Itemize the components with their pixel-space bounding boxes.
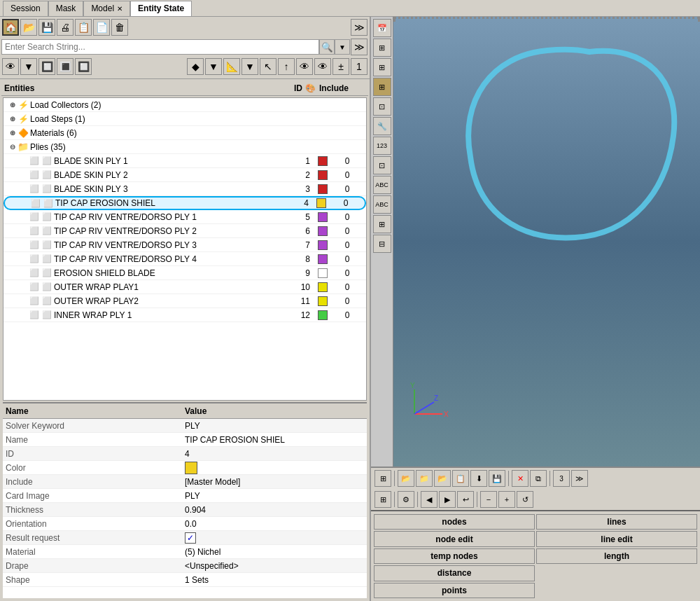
view-btn-3[interactable]: 🔳: [57, 58, 74, 75]
tree-item-ply-6[interactable]: ⬜ ⬜ TIP CAP RIV VENTRE/DORSO PLY 2 6 0: [4, 224, 366, 238]
tree-item-ply-2[interactable]: ⬜ ⬜ BLADE SKIN PLY 2 2 0: [4, 168, 366, 182]
eye-btn2[interactable]: 👁: [314, 58, 331, 75]
rtb-btn-12[interactable]: ⊟: [373, 235, 391, 253]
tree-item-ply-5[interactable]: ⬜ ⬜ TIP CAP RIV VENTRE/DORSO PLY 1 5 0: [4, 210, 366, 224]
node-edit-button[interactable]: node edit: [374, 531, 535, 546]
move-btn[interactable]: ↑: [278, 58, 295, 75]
rtb-btn-1[interactable]: 📅: [373, 19, 391, 37]
load-steps-icon: ⚡: [18, 113, 29, 125]
rtb-btn-3[interactable]: ⊞: [373, 58, 391, 76]
search-input[interactable]: [1, 39, 319, 55]
btm-settings-btn[interactable]: ⚙: [398, 491, 414, 508]
length-button[interactable]: length: [536, 548, 697, 564]
btm-more-btn[interactable]: ≫: [571, 470, 588, 487]
expand-icon[interactable]: ⊕: [8, 128, 18, 138]
tree-item-ply-3[interactable]: ⬜ ⬜ BLADE SKIN PLY 3 3 0: [4, 182, 366, 196]
viewport[interactable]: X Y Z: [393, 17, 700, 467]
btm-folder2-btn[interactable]: 📁: [416, 470, 433, 487]
tree-panel[interactable]: ⊕ ⚡ Load Collectors (2) ⊕ ⚡ Load Steps (…: [3, 97, 367, 401]
btm-merge-btn[interactable]: ⧉: [530, 470, 547, 487]
eye-btn1[interactable]: 👁: [296, 58, 313, 75]
tree-item-ply-9[interactable]: ⬜ ⬜ EROSION SHIELD BLADE 9 0: [4, 266, 366, 280]
open-button[interactable]: 📂: [20, 19, 37, 36]
tree-item-ply-1[interactable]: ⬜ ⬜ BLADE SKIN PLY 1 1 0: [4, 154, 366, 168]
btm-folder-btn[interactable]: 📂: [398, 470, 414, 487]
plus-minus-btn[interactable]: ±: [332, 58, 349, 75]
home-button[interactable]: 🏠: [2, 19, 19, 36]
tree-item-ply-4[interactable]: ⬜ ⬜ TIP CAP EROSION SHIEL 4 0: [4, 196, 366, 210]
btm-num-btn[interactable]: 3: [553, 470, 570, 487]
search-button[interactable]: 🔍: [319, 39, 335, 55]
temp-nodes-button[interactable]: temp nodes: [374, 548, 535, 564]
btm-copy-btn[interactable]: 📋: [452, 470, 469, 487]
expand-button[interactable]: ≫: [351, 39, 368, 55]
tree-item-load-steps[interactable]: ⊕ ⚡ Load Steps (1): [4, 112, 366, 126]
tree-item-ply-10[interactable]: ⬜ ⬜ OUTER WRAP PLAY1 10 0: [4, 280, 366, 294]
svg-line-4: [414, 402, 434, 414]
rtb-btn-6[interactable]: 🔧: [373, 117, 391, 135]
view-btn-2[interactable]: 🔲: [38, 58, 55, 75]
btm-undo-btn[interactable]: ↩: [457, 491, 474, 508]
menu-arrow[interactable]: ≫: [351, 19, 368, 36]
expand-icon[interactable]: ⊖: [8, 142, 18, 152]
left-panel: 🏠 📂 💾 🖨 📋 📄 🗑 ≫ 🔍 ▼ ≫ 👁 ▼: [0, 17, 371, 601]
btm-back-btn[interactable]: ◀: [421, 491, 438, 508]
tree-item-plies[interactable]: ⊖ 📁 Plies (35): [4, 140, 366, 154]
expand-icon[interactable]: ⊕: [8, 114, 18, 124]
btm-save-btn[interactable]: 💾: [489, 470, 505, 487]
tree-id: 4: [293, 198, 314, 208]
rtb-btn-10[interactable]: ABC: [373, 195, 391, 214]
print-button[interactable]: 🖨: [57, 19, 74, 36]
rtb-btn-9[interactable]: ABC: [373, 176, 391, 194]
rtb-btn-4[interactable]: ⊞: [373, 78, 391, 96]
rtb-btn-11[interactable]: ⊞: [373, 215, 391, 233]
view-btn-1[interactable]: 👁: [2, 58, 19, 75]
close-icon[interactable]: ✕: [117, 5, 122, 13]
tree-item-ply-7[interactable]: ⬜ ⬜ TIP CAP RIV VENTRE/DORSO PLY 3 7 0: [4, 238, 366, 252]
tab-session[interactable]: Session: [3, 1, 48, 16]
line-edit-button[interactable]: line edit: [536, 531, 697, 546]
ply-icon2: ⬜: [41, 170, 52, 181]
tree-item-ply-11[interactable]: ⬜ ⬜ OUTER WRAP PLAY2 11 0: [4, 294, 366, 308]
tree-item-materials[interactable]: ⊕ 🔶 Materials (6): [4, 126, 366, 140]
points-button[interactable]: points: [374, 583, 535, 598]
btm-refresh-btn[interactable]: ↺: [517, 491, 533, 508]
tab-mask[interactable]: Mask: [48, 1, 84, 16]
ply-icon: ⬜: [29, 282, 40, 293]
btm-grid2-btn[interactable]: ⊞: [374, 491, 391, 508]
rtb-btn-2[interactable]: ⊞: [373, 39, 391, 57]
checkbox-checked-icon[interactable]: ✓: [185, 532, 196, 544]
copy-button[interactable]: 📋: [75, 19, 92, 36]
btm-delete-btn[interactable]: ✕: [512, 470, 528, 487]
view-btn-4[interactable]: 🔲: [75, 58, 92, 75]
shape-dropdown[interactable]: ▼: [205, 58, 222, 75]
delete-button[interactable]: 🗑: [111, 19, 128, 36]
shape-btn[interactable]: ◆: [187, 58, 204, 75]
lines-button[interactable]: lines: [536, 514, 697, 530]
tab-entity-state[interactable]: Entity State: [130, 1, 192, 16]
rtb-btn-5[interactable]: ⊡: [373, 97, 391, 116]
save-button[interactable]: 💾: [38, 19, 55, 36]
cursor-btn[interactable]: ↖: [260, 58, 276, 75]
tree-item-ply-8[interactable]: ⬜ ⬜ TIP CAP RIV VENTRE/DORSO PLY 4 8 0: [4, 252, 366, 266]
rtb-btn-8[interactable]: ⊡: [373, 156, 391, 174]
paste-button[interactable]: 📄: [93, 19, 110, 36]
tab-model[interactable]: Model ✕: [83, 1, 130, 16]
num-btn[interactable]: 1: [351, 58, 368, 75]
tree-item-ply-12[interactable]: ⬜ ⬜ INNER WRAP PLY 1 12 0: [4, 308, 366, 322]
layer-dropdown[interactable]: ▼: [241, 58, 258, 75]
layer-btn[interactable]: 📐: [223, 58, 240, 75]
btm-grid-btn[interactable]: ⊞: [374, 470, 391, 487]
dropdown-arrow[interactable]: ▼: [335, 39, 350, 55]
nodes-button[interactable]: nodes: [374, 514, 535, 530]
tree-item-load-collectors[interactable]: ⊕ ⚡ Load Collectors (2): [4, 98, 366, 112]
view-dropdown-1[interactable]: ▼: [20, 58, 37, 75]
expand-icon[interactable]: ⊕: [8, 100, 18, 110]
distance-button[interactable]: distance: [374, 565, 535, 581]
rtb-btn-7[interactable]: 123: [373, 137, 391, 155]
btm-plus-btn[interactable]: +: [498, 491, 515, 508]
btm-fwd-btn[interactable]: ▶: [439, 491, 456, 508]
btm-down-btn[interactable]: ⬇: [470, 470, 487, 487]
btm-minus-btn[interactable]: −: [480, 491, 497, 508]
btm-folder3-btn[interactable]: 📂: [434, 470, 451, 487]
